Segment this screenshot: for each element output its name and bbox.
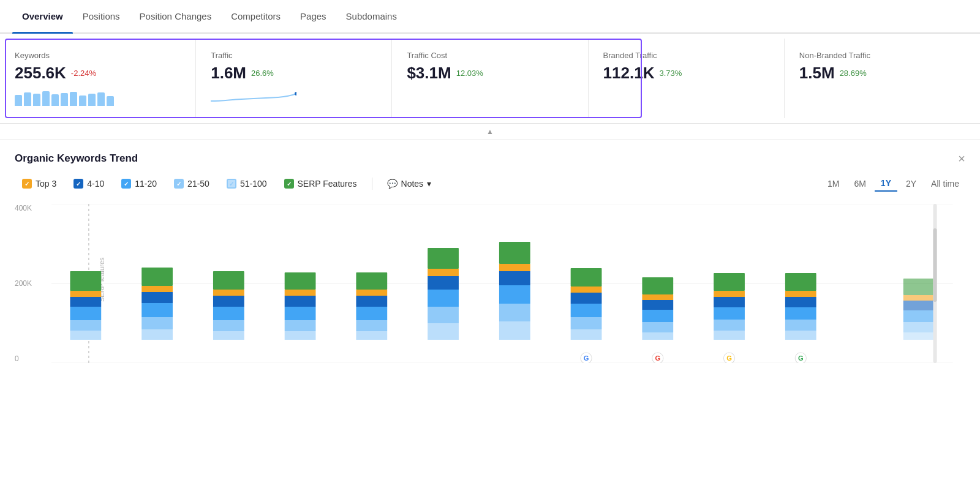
metric-branded-traffic[interactable]: Branded Traffic 112.1K 3.73% — [589, 39, 785, 118]
time-btn-1m[interactable]: 1M — [821, 176, 845, 191]
svg-rect-44 — [499, 285, 530, 304]
filter-4-10[interactable]: ✓ 4-10 — [66, 176, 111, 191]
svg-rect-26 — [285, 307, 316, 320]
filter-top3-label: Top 3 — [36, 179, 56, 189]
chart-close-button[interactable]: × — [958, 152, 965, 165]
svg-rect-73 — [903, 332, 935, 340]
filter-11-20-label: 11-20 — [135, 179, 157, 189]
svg-text:G: G — [584, 354, 589, 362]
svg-rect-31 — [356, 320, 387, 331]
svg-rect-53 — [571, 268, 602, 287]
svg-text:G: G — [655, 354, 660, 362]
svg-rect-59 — [642, 294, 673, 300]
keywords-sparkline — [15, 89, 181, 106]
traffic-change: 26.6% — [251, 69, 274, 78]
svg-rect-22 — [213, 290, 244, 296]
metric-traffic[interactable]: Traffic 1.6M 26.6% — [196, 39, 392, 118]
time-btn-2y[interactable]: 2Y — [900, 176, 922, 191]
checkbox-21-50: ✓ — [174, 179, 184, 189]
notes-icon: 💬 — [387, 179, 398, 189]
checkbox-top3: ✓ — [22, 179, 32, 189]
non-branded-traffic-value: 1.5M 28.69% — [799, 64, 965, 83]
svg-rect-30 — [356, 331, 387, 340]
svg-rect-7 — [70, 320, 101, 331]
svg-rect-17 — [141, 268, 173, 286]
time-btn-6m[interactable]: 6M — [848, 176, 872, 191]
nav-item-subdomains[interactable]: Subdomains — [336, 0, 407, 32]
nav-item-pages[interactable]: Pages — [290, 0, 336, 32]
filter-51-100[interactable]: ✓ 51-100 — [219, 176, 274, 191]
svg-rect-56 — [642, 322, 673, 332]
svg-rect-16 — [141, 286, 173, 292]
time-btn-all[interactable]: All time — [925, 176, 965, 191]
filter-serp[interactable]: ✓ SERP Features — [277, 176, 364, 191]
svg-rect-66 — [714, 273, 745, 291]
svg-rect-13 — [141, 317, 173, 329]
svg-rect-78 — [903, 279, 935, 295]
svg-rect-36 — [428, 323, 459, 340]
svg-rect-64 — [714, 297, 745, 307]
traffic-sparkline — [211, 89, 377, 106]
nav-item-overview[interactable]: Overview — [12, 0, 73, 32]
svg-rect-75 — [903, 310, 935, 322]
svg-rect-70 — [785, 297, 816, 307]
svg-rect-21 — [213, 296, 244, 307]
filter-21-50[interactable]: ✓ 21-50 — [167, 176, 217, 191]
checkbox-11-20: ✓ — [121, 179, 131, 189]
nav-item-position-changes[interactable]: Position Changes — [130, 0, 222, 32]
metric-traffic-cost[interactable]: Traffic Cost $3.1M 12.03% — [392, 39, 588, 118]
nav-item-positions[interactable]: Positions — [73, 0, 130, 32]
svg-rect-74 — [903, 322, 935, 332]
svg-rect-20 — [213, 307, 244, 320]
svg-rect-42 — [499, 321, 530, 340]
svg-rect-72 — [785, 273, 816, 291]
svg-rect-50 — [571, 304, 602, 317]
keywords-label: Keywords — [15, 51, 181, 60]
svg-rect-67 — [785, 331, 816, 340]
time-btn-1y[interactable]: 1Y — [875, 176, 897, 192]
non-branded-traffic-label: Non-Branded Traffic — [799, 51, 965, 60]
svg-rect-47 — [499, 242, 530, 264]
traffic-cost-label: Traffic Cost — [407, 51, 573, 60]
svg-point-0 — [295, 92, 296, 96]
filter-top3[interactable]: ✓ Top 3 — [15, 176, 64, 191]
svg-rect-43 — [499, 304, 530, 321]
traffic-cost-change: 12.03% — [456, 69, 483, 78]
metric-keywords[interactable]: Keywords 255.6K -2.24% — [0, 39, 196, 118]
nav-item-competitors[interactable]: Competitors — [221, 0, 290, 32]
filter-4-10-label: 4-10 — [87, 179, 104, 189]
svg-rect-51 — [571, 293, 602, 304]
svg-rect-49 — [571, 317, 602, 329]
svg-rect-32 — [356, 307, 387, 320]
filter-11-20[interactable]: ✓ 11-20 — [114, 176, 164, 191]
nav-bar: Overview Positions Position Changes Comp… — [0, 0, 980, 34]
notes-button[interactable]: 💬 Notes ▾ — [380, 176, 439, 191]
svg-rect-34 — [356, 290, 387, 296]
metric-non-branded-traffic[interactable]: Non-Branded Traffic 1.5M 28.69% — [785, 39, 980, 118]
svg-rect-8 — [70, 307, 101, 320]
chart-area: 400K 200K 0 SERP features — [15, 204, 965, 388]
checkbox-serp: ✓ — [284, 179, 294, 189]
svg-rect-41 — [428, 248, 459, 269]
svg-rect-15 — [141, 292, 173, 303]
page-container: Overview Positions Position Changes Comp… — [0, 0, 980, 502]
time-filters: 1M 6M 1Y 2Y All time — [821, 176, 965, 192]
svg-rect-48 — [571, 329, 602, 340]
chart-svg: SERP features — [51, 204, 953, 363]
svg-rect-6 — [70, 331, 101, 340]
collapse-row[interactable]: ▲ — [0, 124, 980, 140]
svg-rect-62 — [714, 320, 745, 331]
filter-21-50-label: 21-50 — [187, 179, 209, 189]
svg-rect-29 — [285, 272, 316, 290]
svg-rect-38 — [428, 290, 459, 307]
traffic-cost-value: $3.1M 12.03% — [407, 64, 573, 83]
keywords-value: 255.6K -2.24% — [15, 64, 181, 83]
svg-rect-10 — [70, 291, 101, 297]
svg-rect-12 — [141, 329, 173, 340]
svg-rect-9 — [70, 297, 101, 307]
branded-traffic-change: 3.73% — [659, 69, 682, 78]
y-label-400k: 400K — [15, 204, 32, 212]
branded-traffic-value: 112.1K 3.73% — [603, 64, 769, 83]
svg-rect-55 — [642, 332, 673, 340]
svg-rect-71 — [785, 291, 816, 297]
